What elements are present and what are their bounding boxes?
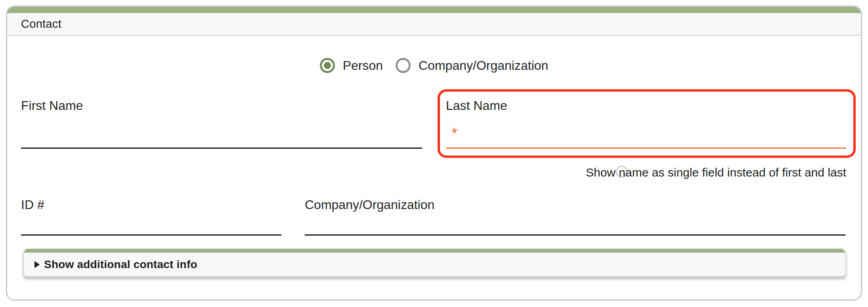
last-name-input[interactable] (446, 130, 846, 149)
company-input[interactable] (305, 217, 845, 236)
collapse-bar-content[interactable]: Show additional contact info (24, 253, 845, 276)
panel-accent-bar (7, 7, 861, 13)
company-label: Company/Organization (305, 198, 434, 212)
radio-option-company[interactable]: Company/Organization (396, 58, 548, 73)
single-name-toggle-label[interactable]: Show name as single field instead of fir… (586, 166, 846, 179)
radio-label-company[interactable]: Company/Organization (419, 58, 548, 73)
id-number-input[interactable] (21, 217, 281, 236)
radio-option-person[interactable]: Person (320, 58, 383, 73)
contact-type-radio-group: Person Company/Organization (0, 58, 868, 73)
radio-selected-icon[interactable] (320, 58, 335, 73)
collapse-bar-accent (24, 249, 845, 253)
first-name-label: First Name (21, 98, 83, 113)
collapse-bar-label: Show additional contact info (44, 258, 197, 271)
show-additional-contact-info-bar[interactable]: Show additional contact info (23, 249, 846, 277)
triangle-right-icon (34, 261, 40, 268)
last-name-label: Last Name (446, 98, 507, 113)
radio-dot (324, 62, 331, 69)
panel-header: Contact (7, 13, 861, 36)
radio-label-person[interactable]: Person (343, 58, 383, 73)
first-name-input[interactable] (21, 130, 422, 149)
radio-unselected-icon[interactable] (396, 58, 411, 73)
panel-title: Contact (21, 17, 61, 31)
id-number-label: ID # (21, 198, 44, 212)
contact-form-page: Contact Person Company/Organization Firs… (0, 0, 868, 307)
